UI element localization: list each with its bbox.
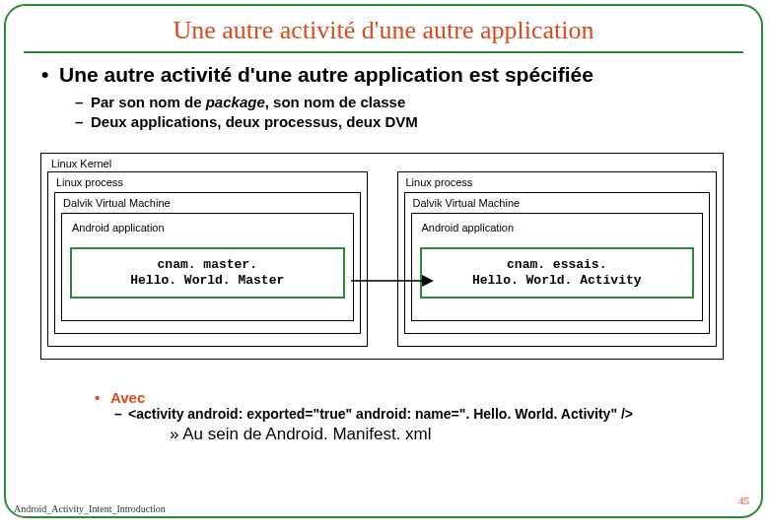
app-right-label: Android application xyxy=(420,222,695,233)
bullet-main: Une autre activité d'une autre applicati… xyxy=(59,63,737,87)
content-area: Une autre activité d'une autre applicati… xyxy=(6,53,761,133)
process-right-label: Linux process xyxy=(404,176,711,188)
avec-label: Avec xyxy=(110,389,761,406)
bullet-sub-2: Deux applications, deux processus, deux … xyxy=(91,112,737,132)
app-left: Android application cnam. master. Hello.… xyxy=(61,213,354,321)
bullet-sub-1a: Par son nom de xyxy=(91,94,206,110)
class-box-right-line1: cnam. essais. xyxy=(428,257,687,273)
slide-number: 45 xyxy=(738,495,749,506)
manifest-text: » Au sein de Android. Manifest. xml xyxy=(170,425,761,444)
bullet-sub-1: Par son nom de package, son nom de class… xyxy=(91,93,737,112)
footer-left: Android_Activity_Intent_Introduction xyxy=(14,503,166,514)
slide-frame: Une autre activité d'une autre applicati… xyxy=(4,4,763,518)
kernel-box: Linux Kernel Linux process Dalvik Virtua… xyxy=(40,153,724,360)
diagram: Linux Kernel Linux process Dalvik Virtua… xyxy=(40,153,724,360)
class-box-left: cnam. master. Hello. World. Master xyxy=(70,247,345,299)
bullet-sub-1c: , son nom de classe xyxy=(265,94,406,110)
process-left-label: Linux process xyxy=(54,176,361,188)
bullet-sub-1b: package xyxy=(206,94,265,110)
class-box-right: cnam. essais. Hello. World. Activity xyxy=(420,247,695,299)
avec-block: Avec <activity android: exported="true" … xyxy=(110,389,761,444)
class-box-left-line2: Hello. World. Master xyxy=(78,273,337,289)
process-left: Linux process Dalvik Virtual Machine And… xyxy=(47,171,368,347)
dvm-left-label: Dalvik Virtual Machine xyxy=(61,197,354,209)
process-right: Linux process Dalvik Virtual Machine And… xyxy=(397,171,718,347)
app-right: Android application cnam. essais. Hello.… xyxy=(411,213,704,321)
kernel-label: Linux Kernel xyxy=(47,158,717,169)
processes-row: Linux process Dalvik Virtual Machine And… xyxy=(47,171,717,347)
app-left-label: Android application xyxy=(70,222,345,233)
dvm-right: Dalvik Virtual Machine Android applicati… xyxy=(404,192,711,334)
slide-title: Une autre activité d'une autre applicati… xyxy=(6,16,761,45)
class-box-right-line2: Hello. World. Activity xyxy=(428,273,687,289)
dvm-left: Dalvik Virtual Machine Android applicati… xyxy=(54,192,361,334)
class-box-left-line1: cnam. master. xyxy=(78,257,337,273)
activity-code: <activity android: exported="true" andro… xyxy=(128,406,761,422)
dvm-right-label: Dalvik Virtual Machine xyxy=(411,197,704,209)
